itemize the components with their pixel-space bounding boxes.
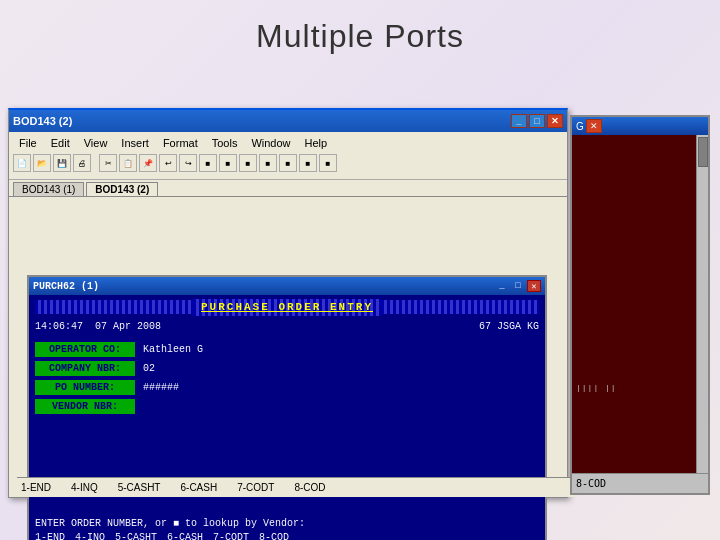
status-8cod[interactable]: 8-COD [294, 482, 325, 493]
menu-format[interactable]: Format [157, 136, 204, 150]
close-button[interactable]: ✕ [547, 114, 563, 128]
tb-b4[interactable]: ■ [259, 154, 277, 172]
time-display: 14:06:47 07 Apr 2008 [35, 319, 161, 334]
tb-sep [93, 154, 97, 172]
tb-paste[interactable]: 📌 [139, 154, 157, 172]
status-1end[interactable]: 1-END [21, 482, 51, 493]
tb-b6[interactable]: ■ [299, 154, 317, 172]
scroll-thumb[interactable] [698, 137, 708, 167]
fkey-8cod[interactable]: 8-COD [259, 530, 289, 540]
fkey-1end[interactable]: 1-END [35, 530, 65, 540]
right-content: |||| || [572, 135, 708, 396]
tb-undo[interactable]: ↩ [159, 154, 177, 172]
right-window-titlebar: G ✕ [572, 117, 708, 135]
operator-value: Kathleen G [143, 342, 203, 357]
scroll-area[interactable] [696, 135, 708, 493]
company-value: 02 [143, 361, 155, 376]
tab-2[interactable]: BOD143 (2) [86, 182, 158, 196]
terminal-maximize-btn[interactable]: □ [511, 280, 525, 292]
right-status-8cod: 8-COD [576, 478, 606, 489]
right-window: G ✕ |||| || 8-COD [570, 115, 710, 495]
tb-b3[interactable]: ■ [239, 154, 257, 172]
tb-print[interactable]: 🖨 [73, 154, 91, 172]
terminal-title: PURCH62 (1) [33, 281, 493, 292]
toolbar-area: File Edit View Insert Format Tools Windo… [9, 132, 567, 180]
menu-help[interactable]: Help [299, 136, 334, 150]
tb-copy[interactable]: 📋 [119, 154, 137, 172]
fkey-7codt[interactable]: 7-CODT [213, 530, 249, 540]
tb-b7[interactable]: ■ [319, 154, 337, 172]
right-close-btn[interactable]: ✕ [586, 119, 602, 133]
menu-file[interactable]: File [13, 136, 43, 150]
tab-bar: BOD143 (1) BOD143 (2) [9, 180, 567, 197]
menu-bar: File Edit View Insert Format Tools Windo… [13, 134, 563, 152]
toolbar-buttons: 📄 📂 💾 🖨 ✂ 📋 📌 ↩ ↪ ■ ■ ■ ■ ■ ■ ■ [13, 152, 563, 174]
tb-b1[interactable]: ■ [199, 154, 217, 172]
menu-window[interactable]: Window [245, 136, 296, 150]
function-keys: 1-END 4-INQ 5-CASHT 6-CASH 7-CODT 8-COD [35, 530, 289, 540]
po-value: ###### [143, 380, 179, 395]
minimize-button[interactable]: _ [511, 114, 527, 128]
field-company: COMPANY NBR: 02 [35, 361, 539, 376]
main-window: BOD143 (2) _ □ ✕ File Edit View Insert F… [8, 108, 568, 498]
main-window-title: BOD143 (2) [13, 115, 509, 127]
menu-insert[interactable]: Insert [115, 136, 155, 150]
terminal-header-text: PURCHASE ORDER ENTRY [193, 299, 381, 316]
enter-line: ENTER ORDER NUMBER, or ■ to lookup by Ve… [35, 516, 305, 531]
menu-edit[interactable]: Edit [45, 136, 76, 150]
bottom-status-bar: 1-END 4-INQ 5-CASHT 6-CASH 7-CODT 8-COD [17, 477, 577, 497]
maximize-button[interactable]: □ [529, 114, 545, 128]
time-line: 14:06:47 07 Apr 2008 67 JSGA KG [35, 319, 539, 334]
vendor-label: VENDOR NBR: [35, 399, 135, 414]
main-window-titlebar: BOD143 (2) _ □ ✕ [9, 110, 567, 132]
field-vendor: VENDOR NBR: [35, 399, 539, 414]
fkey-4inq[interactable]: 4-INQ [75, 530, 105, 540]
terminal-window: PURCH62 (1) _ □ ✕ PURCHASE ORDER ENTRY 1… [27, 275, 547, 540]
terminal-titlebar: PURCH62 (1) _ □ ✕ [29, 277, 545, 295]
terminal-close-btn[interactable]: ✕ [527, 280, 541, 292]
tab-1[interactable]: BOD143 (1) [13, 182, 84, 196]
scroll-indicator: |||| || [576, 383, 617, 392]
status-5casht[interactable]: 5-CASHT [118, 482, 161, 493]
tb-b2[interactable]: ■ [219, 154, 237, 172]
menu-tools[interactable]: Tools [206, 136, 244, 150]
tb-save[interactable]: 💾 [53, 154, 71, 172]
status-6cash[interactable]: 6-CASH [180, 482, 217, 493]
terminal-minimize-btn[interactable]: _ [495, 280, 509, 292]
po-label: PO NUMBER: [35, 380, 135, 395]
operator-label: OPERATOR CO: [35, 342, 135, 357]
slide-title: Multiple Ports [0, 0, 720, 65]
right-window-title: G [576, 121, 584, 132]
menu-view[interactable]: View [78, 136, 114, 150]
operator-display: 67 JSGA KG [479, 319, 539, 334]
fkey-6cash[interactable]: 6-CASH [167, 530, 203, 540]
tb-redo[interactable]: ↪ [179, 154, 197, 172]
fkey-5casht[interactable]: 5-CASHT [115, 530, 157, 540]
status-4inq[interactable]: 4-INQ [71, 482, 98, 493]
field-po: PO NUMBER: ###### [35, 380, 539, 395]
terminal-content: PURCHASE ORDER ENTRY 14:06:47 07 Apr 200… [29, 295, 545, 540]
field-operator: OPERATOR CO: Kathleen G [35, 342, 539, 357]
tb-new[interactable]: 📄 [13, 154, 31, 172]
status-7codt[interactable]: 7-CODT [237, 482, 274, 493]
company-label: COMPANY NBR: [35, 361, 135, 376]
tb-b5[interactable]: ■ [279, 154, 297, 172]
tb-cut[interactable]: ✂ [99, 154, 117, 172]
tb-open[interactable]: 📂 [33, 154, 51, 172]
